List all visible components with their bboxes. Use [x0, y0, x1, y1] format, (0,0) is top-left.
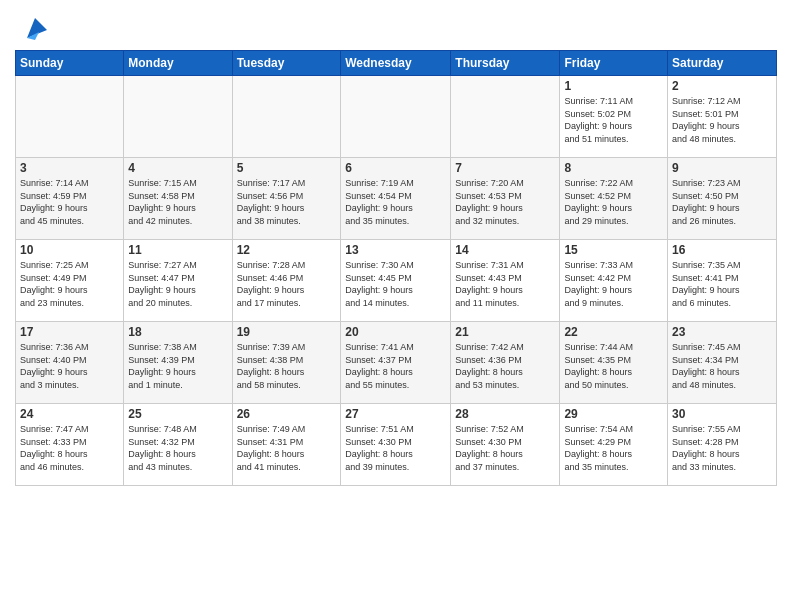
- calendar-container: SundayMondayTuesdayWednesdayThursdayFrid…: [0, 0, 792, 612]
- day-info: Sunrise: 7:27 AM Sunset: 4:47 PM Dayligh…: [128, 259, 227, 309]
- day-info: Sunrise: 7:45 AM Sunset: 4:34 PM Dayligh…: [672, 341, 772, 391]
- day-info: Sunrise: 7:28 AM Sunset: 4:46 PM Dayligh…: [237, 259, 337, 309]
- calendar-cell: 19Sunrise: 7:39 AM Sunset: 4:38 PM Dayli…: [232, 322, 341, 404]
- calendar-cell: 29Sunrise: 7:54 AM Sunset: 4:29 PM Dayli…: [560, 404, 668, 486]
- calendar-cell: 6Sunrise: 7:19 AM Sunset: 4:54 PM Daylig…: [341, 158, 451, 240]
- weekday-thursday: Thursday: [451, 51, 560, 76]
- logo: [15, 10, 51, 42]
- day-info: Sunrise: 7:25 AM Sunset: 4:49 PM Dayligh…: [20, 259, 119, 309]
- calendar-cell: 26Sunrise: 7:49 AM Sunset: 4:31 PM Dayli…: [232, 404, 341, 486]
- calendar-cell: [16, 76, 124, 158]
- week-row-1: 1Sunrise: 7:11 AM Sunset: 5:02 PM Daylig…: [16, 76, 777, 158]
- day-number: 23: [672, 325, 772, 339]
- weekday-header-row: SundayMondayTuesdayWednesdayThursdayFrid…: [16, 51, 777, 76]
- day-number: 14: [455, 243, 555, 257]
- day-info: Sunrise: 7:48 AM Sunset: 4:32 PM Dayligh…: [128, 423, 227, 473]
- day-number: 9: [672, 161, 772, 175]
- day-number: 3: [20, 161, 119, 175]
- day-info: Sunrise: 7:54 AM Sunset: 4:29 PM Dayligh…: [564, 423, 663, 473]
- day-number: 6: [345, 161, 446, 175]
- day-number: 29: [564, 407, 663, 421]
- day-info: Sunrise: 7:42 AM Sunset: 4:36 PM Dayligh…: [455, 341, 555, 391]
- calendar-cell: 13Sunrise: 7:30 AM Sunset: 4:45 PM Dayli…: [341, 240, 451, 322]
- day-number: 16: [672, 243, 772, 257]
- day-info: Sunrise: 7:33 AM Sunset: 4:42 PM Dayligh…: [564, 259, 663, 309]
- day-info: Sunrise: 7:36 AM Sunset: 4:40 PM Dayligh…: [20, 341, 119, 391]
- day-info: Sunrise: 7:47 AM Sunset: 4:33 PM Dayligh…: [20, 423, 119, 473]
- day-info: Sunrise: 7:31 AM Sunset: 4:43 PM Dayligh…: [455, 259, 555, 309]
- calendar-cell: 8Sunrise: 7:22 AM Sunset: 4:52 PM Daylig…: [560, 158, 668, 240]
- day-number: 27: [345, 407, 446, 421]
- week-row-5: 24Sunrise: 7:47 AM Sunset: 4:33 PM Dayli…: [16, 404, 777, 486]
- calendar-cell: 4Sunrise: 7:15 AM Sunset: 4:58 PM Daylig…: [124, 158, 232, 240]
- calendar-cell: 16Sunrise: 7:35 AM Sunset: 4:41 PM Dayli…: [668, 240, 777, 322]
- calendar-cell: 10Sunrise: 7:25 AM Sunset: 4:49 PM Dayli…: [16, 240, 124, 322]
- calendar-cell: 9Sunrise: 7:23 AM Sunset: 4:50 PM Daylig…: [668, 158, 777, 240]
- weekday-friday: Friday: [560, 51, 668, 76]
- day-info: Sunrise: 7:49 AM Sunset: 4:31 PM Dayligh…: [237, 423, 337, 473]
- calendar-cell: 28Sunrise: 7:52 AM Sunset: 4:30 PM Dayli…: [451, 404, 560, 486]
- day-number: 8: [564, 161, 663, 175]
- calendar-cell: 15Sunrise: 7:33 AM Sunset: 4:42 PM Dayli…: [560, 240, 668, 322]
- day-info: Sunrise: 7:52 AM Sunset: 4:30 PM Dayligh…: [455, 423, 555, 473]
- calendar-cell: 27Sunrise: 7:51 AM Sunset: 4:30 PM Dayli…: [341, 404, 451, 486]
- day-number: 10: [20, 243, 119, 257]
- weekday-saturday: Saturday: [668, 51, 777, 76]
- day-number: 5: [237, 161, 337, 175]
- day-number: 4: [128, 161, 227, 175]
- calendar-cell: 2Sunrise: 7:12 AM Sunset: 5:01 PM Daylig…: [668, 76, 777, 158]
- calendar-cell: 24Sunrise: 7:47 AM Sunset: 4:33 PM Dayli…: [16, 404, 124, 486]
- weekday-wednesday: Wednesday: [341, 51, 451, 76]
- calendar-cell: 21Sunrise: 7:42 AM Sunset: 4:36 PM Dayli…: [451, 322, 560, 404]
- day-number: 2: [672, 79, 772, 93]
- day-number: 12: [237, 243, 337, 257]
- calendar-cell: [124, 76, 232, 158]
- calendar-cell: 12Sunrise: 7:28 AM Sunset: 4:46 PM Dayli…: [232, 240, 341, 322]
- calendar-cell: 1Sunrise: 7:11 AM Sunset: 5:02 PM Daylig…: [560, 76, 668, 158]
- day-number: 22: [564, 325, 663, 339]
- calendar-cell: 22Sunrise: 7:44 AM Sunset: 4:35 PM Dayli…: [560, 322, 668, 404]
- week-row-4: 17Sunrise: 7:36 AM Sunset: 4:40 PM Dayli…: [16, 322, 777, 404]
- day-number: 19: [237, 325, 337, 339]
- day-number: 21: [455, 325, 555, 339]
- day-info: Sunrise: 7:35 AM Sunset: 4:41 PM Dayligh…: [672, 259, 772, 309]
- calendar-cell: 23Sunrise: 7:45 AM Sunset: 4:34 PM Dayli…: [668, 322, 777, 404]
- day-info: Sunrise: 7:17 AM Sunset: 4:56 PM Dayligh…: [237, 177, 337, 227]
- day-number: 7: [455, 161, 555, 175]
- calendar-table: SundayMondayTuesdayWednesdayThursdayFrid…: [15, 50, 777, 486]
- calendar-cell: 25Sunrise: 7:48 AM Sunset: 4:32 PM Dayli…: [124, 404, 232, 486]
- day-info: Sunrise: 7:23 AM Sunset: 4:50 PM Dayligh…: [672, 177, 772, 227]
- week-row-2: 3Sunrise: 7:14 AM Sunset: 4:59 PM Daylig…: [16, 158, 777, 240]
- calendar-cell: [341, 76, 451, 158]
- day-info: Sunrise: 7:20 AM Sunset: 4:53 PM Dayligh…: [455, 177, 555, 227]
- calendar-cell: 7Sunrise: 7:20 AM Sunset: 4:53 PM Daylig…: [451, 158, 560, 240]
- day-number: 28: [455, 407, 555, 421]
- day-info: Sunrise: 7:11 AM Sunset: 5:02 PM Dayligh…: [564, 95, 663, 145]
- day-info: Sunrise: 7:51 AM Sunset: 4:30 PM Dayligh…: [345, 423, 446, 473]
- day-info: Sunrise: 7:22 AM Sunset: 4:52 PM Dayligh…: [564, 177, 663, 227]
- weekday-sunday: Sunday: [16, 51, 124, 76]
- day-info: Sunrise: 7:30 AM Sunset: 4:45 PM Dayligh…: [345, 259, 446, 309]
- calendar-cell: 17Sunrise: 7:36 AM Sunset: 4:40 PM Dayli…: [16, 322, 124, 404]
- week-row-3: 10Sunrise: 7:25 AM Sunset: 4:49 PM Dayli…: [16, 240, 777, 322]
- day-number: 11: [128, 243, 227, 257]
- day-number: 30: [672, 407, 772, 421]
- day-info: Sunrise: 7:19 AM Sunset: 4:54 PM Dayligh…: [345, 177, 446, 227]
- calendar-cell: 3Sunrise: 7:14 AM Sunset: 4:59 PM Daylig…: [16, 158, 124, 240]
- day-number: 1: [564, 79, 663, 93]
- day-number: 24: [20, 407, 119, 421]
- day-info: Sunrise: 7:14 AM Sunset: 4:59 PM Dayligh…: [20, 177, 119, 227]
- day-info: Sunrise: 7:44 AM Sunset: 4:35 PM Dayligh…: [564, 341, 663, 391]
- calendar-cell: 30Sunrise: 7:55 AM Sunset: 4:28 PM Dayli…: [668, 404, 777, 486]
- calendar-cell: 18Sunrise: 7:38 AM Sunset: 4:39 PM Dayli…: [124, 322, 232, 404]
- weekday-tuesday: Tuesday: [232, 51, 341, 76]
- day-number: 15: [564, 243, 663, 257]
- day-info: Sunrise: 7:55 AM Sunset: 4:28 PM Dayligh…: [672, 423, 772, 473]
- logo-icon: [19, 10, 51, 42]
- weekday-monday: Monday: [124, 51, 232, 76]
- day-info: Sunrise: 7:41 AM Sunset: 4:37 PM Dayligh…: [345, 341, 446, 391]
- calendar-cell: 5Sunrise: 7:17 AM Sunset: 4:56 PM Daylig…: [232, 158, 341, 240]
- day-number: 25: [128, 407, 227, 421]
- day-info: Sunrise: 7:38 AM Sunset: 4:39 PM Dayligh…: [128, 341, 227, 391]
- day-number: 18: [128, 325, 227, 339]
